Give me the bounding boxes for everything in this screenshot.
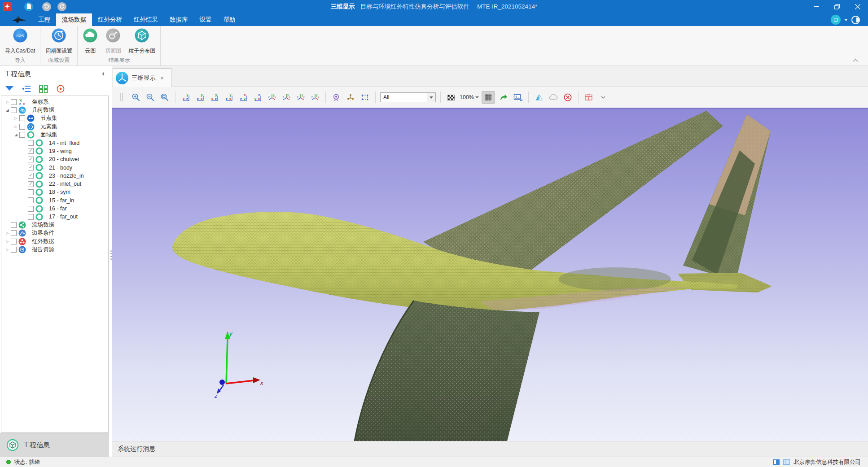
- tree-checkbox[interactable]: [11, 239, 17, 244]
- tree-checkbox[interactable]: [28, 140, 34, 146]
- menu-item-3[interactable]: 红外结果: [128, 13, 164, 26]
- tree-row[interactable]: 17 - far_out: [1, 213, 108, 221]
- tree-expander-icon[interactable]: ◢: [4, 108, 11, 112]
- view-iso-4-button[interactable]: yxz: [309, 91, 321, 104]
- select-box-button[interactable]: [359, 91, 371, 104]
- tree-checkbox[interactable]: [19, 115, 25, 121]
- theme-toggle-button[interactable]: [851, 16, 860, 24]
- snapshot-button[interactable]: [512, 91, 524, 104]
- restore-button[interactable]: [827, 0, 847, 13]
- mesh-toggle-button[interactable]: [482, 91, 495, 104]
- tree-expander-icon[interactable]: ▷: [13, 125, 19, 129]
- chevron-down-icon[interactable]: [844, 19, 848, 21]
- tree-row[interactable]: 19 - wing: [1, 147, 108, 155]
- tree-checkbox[interactable]: [19, 132, 25, 138]
- zoom-in-button[interactable]: [130, 91, 142, 104]
- particle-button[interactable]: 粒子分布图: [125, 26, 159, 55]
- menu-item-4[interactable]: 数据库: [164, 13, 194, 26]
- tab-close-icon[interactable]: ×: [160, 74, 164, 82]
- panel-layout-icon[interactable]: [773, 459, 780, 465]
- tree-expander-icon[interactable]: ▷: [4, 100, 11, 104]
- toolbox-caret[interactable]: [597, 91, 609, 104]
- tree-checkbox[interactable]: [28, 214, 34, 220]
- camera-button[interactable]: [330, 91, 342, 104]
- close-button[interactable]: [847, 0, 868, 13]
- tree-checkbox[interactable]: [28, 206, 34, 212]
- tree-checkbox[interactable]: [11, 247, 17, 253]
- tree-row[interactable]: ▷ Yzx 坐标系: [1, 98, 108, 106]
- combo-dropdown-button[interactable]: [427, 93, 435, 102]
- menu-item-6[interactable]: 帮助: [218, 13, 241, 26]
- cancel-button[interactable]: [562, 91, 574, 104]
- tree-row[interactable]: 18 - sym: [1, 188, 108, 196]
- opacity-pattern-button[interactable]: [445, 91, 457, 104]
- tree-expander-icon[interactable]: ▷: [13, 116, 19, 120]
- screen-share-button[interactable]: [831, 15, 841, 25]
- tree-checkbox[interactable]: [28, 165, 34, 170]
- panel-collapse-icon[interactable]: ‹: [102, 69, 105, 78]
- panel-bottom-tab[interactable]: 工程信息: [0, 433, 109, 457]
- tree-row[interactable]: 21 - body: [1, 163, 108, 171]
- tree-row[interactable]: ▷ 报告资源: [1, 245, 108, 253]
- toolbox-button[interactable]: [583, 91, 595, 104]
- zoom-fit-button[interactable]: [159, 91, 171, 104]
- tree-expander-icon[interactable]: ◢: [13, 133, 19, 137]
- tree-row[interactable]: 23 - nozzle_in: [1, 172, 108, 180]
- tree-row[interactable]: 22 - inlet_out: [1, 180, 108, 188]
- tree-row[interactable]: ▷ 边界条件: [1, 229, 108, 237]
- tree-checkbox[interactable]: [11, 99, 17, 105]
- view-iso-2-button[interactable]: yxz: [281, 91, 292, 104]
- tree-checkbox[interactable]: [28, 173, 34, 179]
- view-iso-3-button[interactable]: yxz: [295, 91, 307, 104]
- tree-row[interactable]: ▷ 节点集: [1, 114, 108, 122]
- tree-row[interactable]: 20 - chuiwei: [1, 155, 108, 163]
- view-front-button[interactable]: xzy: [180, 91, 192, 104]
- period-button[interactable]: 周期面设置: [42, 26, 76, 55]
- tree-expander-icon[interactable]: ▷: [4, 231, 11, 235]
- tree-checkbox[interactable]: [11, 107, 17, 113]
- tree-row[interactable]: 流场数据: [1, 221, 108, 229]
- particles-display-button[interactable]: [345, 91, 356, 104]
- tree-row[interactable]: 16 - far: [1, 205, 108, 213]
- cloud-button[interactable]: 云图: [79, 26, 101, 55]
- splitter-handle[interactable]: [110, 250, 112, 260]
- cas-button[interactable]: cas导入Cas/Dat: [1, 26, 39, 55]
- target-icon[interactable]: [55, 83, 66, 94]
- tree-checkbox[interactable]: [28, 181, 34, 187]
- display-filter-select[interactable]: All: [380, 92, 436, 102]
- tree-expander-icon[interactable]: ▷: [4, 240, 11, 244]
- filter-icon[interactable]: [4, 83, 15, 94]
- view-bottom-button[interactable]: yxz: [252, 91, 263, 104]
- tree-checkbox[interactable]: [11, 222, 17, 228]
- menu-item-0[interactable]: 工程: [32, 13, 56, 26]
- tree-checkbox[interactable]: [11, 230, 17, 236]
- tree-expander-icon[interactable]: ▷: [4, 248, 11, 252]
- view-back-button[interactable]: zxy: [194, 91, 206, 104]
- tab-3d-view[interactable]: 三维显示 ×: [113, 68, 171, 87]
- view-left-button[interactable]: xzy: [209, 91, 220, 104]
- export-view-button[interactable]: [498, 91, 509, 104]
- panel-layout-alt-icon[interactable]: [783, 459, 790, 465]
- viewport-3d[interactable]: y x z: [112, 108, 868, 441]
- menu-item-2[interactable]: 红外分析: [92, 13, 128, 26]
- lasso-button[interactable]: [548, 91, 559, 104]
- tree-row[interactable]: ▷ 元素集: [1, 122, 108, 131]
- menu-item-5[interactable]: 设置: [194, 13, 218, 26]
- view-top-button[interactable]: zyx: [237, 91, 249, 104]
- tree-row[interactable]: ▷ 红外数据: [1, 237, 108, 245]
- tree-row[interactable]: ◢ 几何数据: [1, 106, 108, 114]
- tree-row[interactable]: ◢ 面域集: [1, 131, 108, 139]
- view-iso-1-button[interactable]: yxz: [266, 91, 278, 104]
- toolbar-drag-handle[interactable]: [116, 91, 127, 104]
- minimize-button[interactable]: [806, 0, 827, 13]
- opacity-value-dropdown[interactable]: 100%: [460, 94, 479, 100]
- tree-row[interactable]: 15 - far_in: [1, 196, 108, 205]
- tree-checkbox[interactable]: [19, 124, 25, 130]
- tree-checkbox[interactable]: [28, 148, 34, 154]
- tree-checkbox[interactable]: [28, 157, 34, 162]
- view-right-button[interactable]: zxy: [223, 91, 235, 104]
- mirror-button[interactable]: [533, 91, 545, 104]
- ribbon-collapse-icon[interactable]: [853, 56, 858, 64]
- list-left-icon[interactable]: [21, 83, 32, 94]
- grid-four-icon[interactable]: [38, 83, 49, 94]
